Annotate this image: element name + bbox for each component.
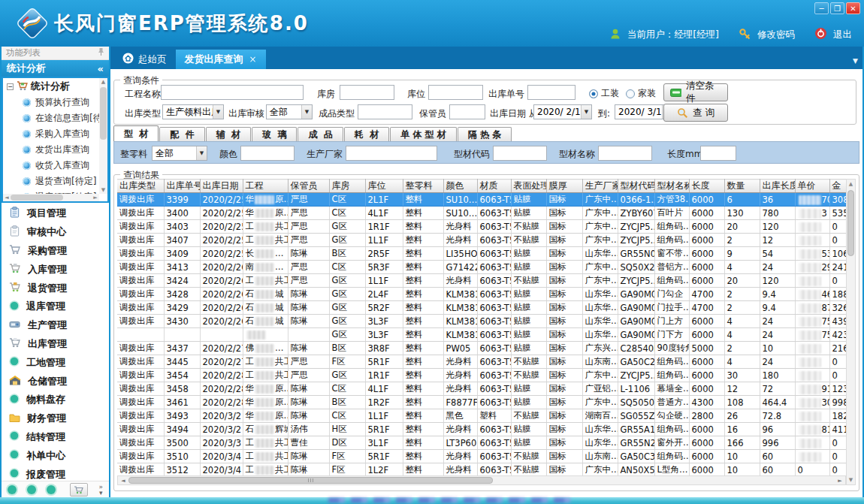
tree-item[interactable]: 预算执行查询 (3, 95, 107, 110)
scroll-up-icon[interactable]: ▲ (99, 78, 107, 86)
color-input[interactable] (240, 146, 295, 161)
column-header[interactable]: 颜色 (443, 180, 477, 193)
close-button[interactable]: ✕ (846, 2, 860, 14)
sidebar-item-出库管理[interactable]: 出库管理 (2, 335, 109, 354)
maximize-button[interactable]: ❐ (830, 2, 844, 14)
length-input[interactable] (700, 146, 736, 161)
tab-shipping-outbound-query[interactable]: 发货出库查询 × (176, 50, 266, 69)
tree-expander-icon[interactable]: − (7, 83, 14, 90)
column-header[interactable]: 生产厂家 (582, 180, 618, 193)
sidebar-item-物料盘存[interactable]: 物料盘存 (2, 391, 109, 409)
tree-item[interactable]: 在途信息查询[待 (3, 110, 107, 126)
radio-home-install[interactable]: 家装 (626, 87, 656, 100)
tree-item[interactable]: 发货出库查询 (3, 142, 107, 158)
table-row[interactable]: 调拨出库34132020/2/26南…严思C区5R3F整料G714226063-… (117, 261, 847, 274)
column-header[interactable]: 长度 (689, 180, 724, 193)
module-dot-icon[interactable] (47, 485, 56, 494)
table-row[interactable]: 调拨出库34282020/2/26石城陈琳G区2L4F整料KLM38176063… (117, 288, 847, 301)
sidebar-item-报废管理[interactable]: 报废管理 (2, 465, 109, 481)
column-header[interactable]: 出库日期 (200, 180, 243, 193)
table-row[interactable]: 调拨出库34242020/2/26工共工程严思G区1L1F整料光身料6063-T… (117, 274, 847, 288)
table-row[interactable]: G区3L3F整料KLM38176063-T5贴膜国标山东华…GA90M09…门下… (117, 328, 847, 342)
outbound-type-select[interactable]: 生产领料出库▼ (162, 104, 224, 119)
sidebar-item-退货管理[interactable]: 退货管理 (2, 279, 109, 297)
column-header[interactable]: 库位 (365, 180, 403, 193)
module-dot-icon[interactable] (27, 485, 36, 494)
table-row[interactable]: 调拨出库34452020/2/27工共工程严思F区5R1F整料光身料6063-T… (117, 355, 847, 369)
material-tab-2[interactable]: 配 件 (159, 127, 204, 141)
material-tab-4[interactable]: 玻 璃 (252, 127, 297, 141)
table-row[interactable]: 调拨出库35102020/3/4工共工程陈琳F区5R1F整料光身料6063-T5… (117, 450, 847, 463)
tab-list-chevron-icon[interactable]: ▼ (853, 57, 858, 65)
scrollbar-thumb[interactable] (100, 87, 107, 140)
table-row[interactable]: 调拨出库34072020/2/25工共工程严思G区1L1F整料光身料6063-T… (117, 234, 847, 247)
profile-name-input[interactable] (598, 146, 652, 161)
tree-item[interactable]: 收货入库查询 (3, 158, 107, 174)
sidebar-item-结转管理[interactable]: 结转管理 (2, 428, 109, 447)
scroll-right-icon[interactable]: ► (835, 478, 845, 484)
scrollbar-thumb[interactable] (11, 195, 63, 201)
column-header[interactable]: 出库单号 (164, 180, 200, 193)
module-dot-icon[interactable] (8, 485, 17, 494)
material-tab-6[interactable]: 耗 材 (344, 127, 389, 141)
module-cart-button[interactable] (70, 483, 88, 496)
table-row[interactable]: 调拨出库34942020/3/2石辉城汤伟H区5R1F整料光身料6063-T5贴… (117, 423, 847, 436)
table-row[interactable]: 调拨出库34002020/2/25华原…严思C区4L1F整料SU10…6063-… (117, 207, 847, 220)
table-row[interactable]: 调拨出库35122020/3/4工共工程陈琳F区1L2F整料光身料6063-T5… (117, 463, 847, 477)
column-header[interactable]: 膜厚 (546, 180, 582, 193)
sidebar-item-补单中心[interactable]: 补单中心 (2, 446, 109, 465)
radio-work-install[interactable]: 工装 (589, 87, 619, 100)
tab-close-icon[interactable]: × (249, 54, 257, 65)
column-header[interactable]: 材质 (477, 180, 511, 193)
column-header[interactable]: 金 (829, 180, 847, 193)
material-tab-7[interactable]: 单 体 型 材 (390, 127, 457, 141)
project-name-input[interactable] (161, 85, 304, 100)
piece-select[interactable]: 全部▼ (152, 146, 207, 161)
column-header[interactable]: 保管员 (288, 180, 329, 193)
profile-code-input[interactable] (493, 146, 547, 161)
sidebar-item-项目管理[interactable]: 项目管理 (2, 204, 109, 223)
column-header[interactable]: 型材名称 (654, 180, 689, 193)
column-header[interactable]: 工程 (243, 180, 288, 193)
table-row[interactable]: 调拨出库33992020/2/25华原…严思C区2L1F整料SU10…6063-… (117, 193, 847, 207)
column-header[interactable]: 型材代码 (618, 180, 654, 193)
table-row[interactable]: 调拨出库34302020/2/26石城陈琳G区3L3F整料KLM38176063… (117, 315, 847, 328)
sidebar-item-退库管理[interactable]: 退库管理 (2, 297, 109, 316)
table-row[interactable]: 调拨出库34292020/2/26石城陈琳G区5R2F整料KLM38176063… (117, 301, 847, 315)
table-row[interactable]: 调拨出库34372020/2/27佛…陈琳B区3R8F整料PW056063-T5… (117, 342, 847, 355)
location-input[interactable] (428, 85, 483, 100)
tab-home[interactable]: 起始页 (113, 50, 176, 69)
more-modules-chevron[interactable]: »▾ (98, 484, 103, 496)
table-row[interactable]: 调拨出库34542020/2/28工共工程严思G区1R1F整料光身料6063-T… (117, 369, 847, 382)
clear-conditions-button[interactable]: 清空条件 (663, 83, 728, 101)
tree-horizontal-scrollbar[interactable]: ◄ ► (3, 194, 99, 201)
change-password-link[interactable]: 修改密码 (757, 29, 795, 41)
warehouse-input[interactable] (340, 85, 394, 100)
audit-select[interactable]: 全部▼ (266, 104, 313, 119)
grid-horizontal-scrollbar[interactable]: ◄ ► (117, 475, 846, 485)
table-row[interactable]: 调拨出库34582020/2/28华原…陈琳C区4L1F整料光身料6063-T5… (117, 382, 847, 396)
collapse-icon[interactable]: « (98, 63, 104, 74)
minimize-button[interactable]: ─ (814, 2, 829, 14)
column-header[interactable]: 表面处理 (511, 180, 546, 193)
tree-item[interactable]: 采购入库查询 (3, 126, 107, 142)
table-row[interactable]: 调拨出库34612020/2/28华原…陈琳B区1R2F整料F8877FT606… (117, 396, 847, 409)
scroll-up-icon[interactable]: ▲ (847, 180, 855, 188)
material-tab-1[interactable]: 型 材 (113, 125, 159, 141)
sidebar-item-工地管理[interactable]: 工地管理 (2, 353, 109, 372)
column-header[interactable]: 出库长度 (760, 180, 795, 193)
material-tab-8[interactable]: 隔 热 条 (458, 127, 512, 141)
scroll-down-icon[interactable]: ▼ (847, 476, 855, 484)
product-type-input[interactable] (358, 104, 412, 119)
column-header[interactable]: 数量 (724, 180, 760, 193)
scrollbar-thumb[interactable] (128, 477, 493, 484)
sidebar-item-入库管理[interactable]: 入库管理 (2, 260, 109, 279)
sidebar-item-仓储管理[interactable]: 仓储管理 (2, 372, 109, 391)
grid-vertical-scrollbar[interactable]: ▲ ▼ (846, 179, 856, 485)
scrollbar-thumb[interactable] (847, 190, 854, 256)
table-row[interactable]: 调拨出库34092020/2/25长…陈琳B区2R5F整料LI35HO6063-… (117, 247, 847, 261)
material-tab-3[interactable]: 辅 材 (206, 127, 251, 141)
sidebar-group-header[interactable]: 统计分析 « (2, 60, 109, 77)
sidebar-item-审核中心[interactable]: 审核中心 (2, 223, 109, 242)
sidebar-item-生产管理[interactable]: 生产管理 (2, 316, 109, 335)
